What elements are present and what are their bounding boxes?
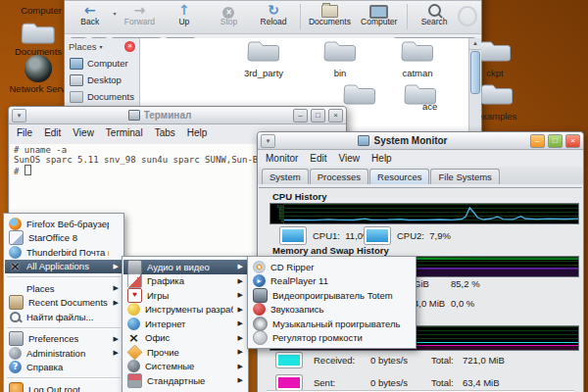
volume-icon [253, 330, 268, 345]
menu-item[interactable]: Edit [44, 127, 61, 138]
menu-item[interactable]: Monitor [266, 153, 298, 164]
menu-item[interactable]: Places ▶ [5, 281, 122, 296]
swap-total-fragment: 4,0 MiB [414, 298, 445, 309]
terminal-cursor [24, 165, 31, 175]
audio-video-icon [127, 260, 142, 274]
menu-item[interactable]: Help [371, 153, 392, 164]
menu-item[interactable]: Системные ▶ [123, 360, 247, 374]
folder-icon [480, 81, 514, 107]
minimize-button[interactable]: – [293, 109, 308, 122]
recent-documents-icon [9, 295, 24, 310]
menu-item[interactable]: Firefox Веб-браузер ▶ [5, 217, 122, 231]
menu-item[interactable]: CD Ripper ▶ [249, 260, 415, 274]
menu-item[interactable]: View [73, 127, 94, 138]
folder-icon [323, 38, 357, 64]
totem-icon [253, 288, 268, 303]
submenu-arrow-icon: ▶ [238, 376, 243, 384]
system-monitor-titlebar[interactable]: ▾ System Monitor – □ × [258, 132, 583, 150]
terminal-titlebar[interactable]: ▾ Терминал – □ × [9, 107, 346, 124]
menu-item[interactable]: Help [187, 127, 208, 138]
sound-recorder-icon [253, 303, 266, 316]
tab[interactable]: Resources [369, 169, 429, 184]
system-monitor-tabs: SystemProcessesResourcesFile Systems [258, 167, 583, 184]
places-computer-icon [70, 58, 83, 70]
received-swatch [276, 353, 302, 368]
submenu-arrow-icon: ▶ [238, 363, 243, 370]
menu-item[interactable]: Графика ▶ [123, 274, 247, 289]
scroll-up-icon[interactable]: ▲ [469, 38, 481, 50]
close-button[interactable]: × [565, 134, 580, 148]
submenu-arrow-icon: ▶ [238, 263, 243, 270]
menu-item[interactable]: Инструменты разработки ▶ [123, 303, 247, 318]
sidebar-place-item[interactable]: Documents [65, 88, 139, 105]
computer-button[interactable]: Computer [356, 2, 402, 26]
tab[interactable]: System [262, 169, 309, 184]
folder-icon [478, 38, 512, 64]
maximize-button[interactable]: □ [548, 134, 563, 148]
memory-history-header: Memory and Swap History [272, 245, 389, 256]
menu-item[interactable]: Музыкальный проигрыватель Rhythmbox ▶ [249, 317, 415, 331]
network-globe-icon [24, 55, 52, 82]
back-button[interactable]: ← Back [69, 2, 112, 26]
window-menu-icon[interactable]: ▾ [261, 134, 275, 148]
tab[interactable]: File Systems [430, 169, 499, 184]
documents-button[interactable]: Documents [306, 2, 354, 26]
menu-item[interactable]: All Applications ▶ [5, 260, 122, 274]
folder-item[interactable]: 3rd_party [228, 38, 299, 78]
chevron-down-icon: ▾ [100, 43, 103, 50]
all-applications-icon [9, 260, 22, 272]
menu-item[interactable]: Edit [310, 153, 326, 164]
up-button[interactable]: ↑ Up [163, 2, 206, 26]
forward-button[interactable]: → Forward [119, 2, 162, 26]
close-button[interactable]: × [328, 109, 343, 122]
places-header[interactable]: Places [69, 41, 97, 52]
menu-item[interactable]: Tabs [155, 127, 175, 138]
submenu-arrow-icon: ▶ [114, 335, 119, 343]
menu-item[interactable]: Log Out root... ▶ [5, 382, 122, 392]
menu-item[interactable]: Интернет ▶ [123, 317, 247, 331]
folder-item[interactable] [385, 81, 456, 111]
menu-item[interactable]: Справка ▶ [5, 361, 122, 375]
staroffice-icon [9, 230, 24, 245]
search-button[interactable]: Search [413, 2, 456, 26]
toolbar-separator [407, 4, 408, 29]
folder-item[interactable]: bin [305, 38, 375, 78]
maximize-button[interactable]: □ [311, 109, 325, 122]
menu-item[interactable]: Звукозапись ▶ [249, 303, 415, 318]
file-manager-toolbar: ← Back ▾ → Forward ↑ Up × Stop ↻ Reload [65, 1, 481, 34]
menu-item[interactable]: Terminal [106, 127, 143, 138]
sidebar-place-item[interactable]: Desktop [65, 72, 139, 88]
sidebar-place-item[interactable]: Computer [65, 55, 139, 72]
tab[interactable]: Processes [310, 169, 368, 184]
menu-item[interactable]: Видеопроигрыватель Totem ▶ [249, 288, 415, 303]
file-manager-menubar[interactable] [65, 0, 481, 1]
menu-item[interactable]: Administration ▶ [5, 346, 122, 361]
reload-button[interactable]: ↻ Reload [252, 2, 295, 26]
stop-button[interactable]: × Stop [208, 2, 251, 26]
system-monitor-icon [358, 135, 369, 146]
minimize-button[interactable]: – [530, 134, 545, 148]
folder-item[interactable]: catman [382, 38, 453, 78]
menu-item[interactable]: Thunderbird Почта и новости ▶ [5, 245, 122, 260]
menu-item[interactable]: Стандартные ▶ [123, 373, 247, 388]
menu-item[interactable]: Игры ▶ [123, 288, 247, 303]
menu-item[interactable]: Прочие ▶ [123, 345, 247, 360]
internet-icon [127, 318, 140, 330]
menu-item[interactable]: Recent Documents ▶ [5, 296, 122, 311]
menu-item[interactable]: StarOffice 8 ▶ [5, 231, 122, 246]
menu-item[interactable]: Preferences ▶ [5, 332, 122, 347]
menu-item[interactable]: RealPlayer 11 ▶ [249, 274, 415, 289]
window-menu-icon[interactable]: ▾ [12, 109, 26, 122]
scrollbar-thumb[interactable] [470, 51, 480, 94]
menu-item[interactable]: Найти файлы... ▶ [5, 310, 122, 324]
folder-icon [343, 81, 376, 107]
sent-legend: Sent: 0 bytes/s Total: 63,4 MiB [276, 375, 500, 390]
menu-item[interactable]: Офис ▶ [123, 331, 247, 346]
menu-item[interactable]: Регулятор громкости ▶ [249, 331, 415, 346]
menu-item[interactable]: Аудио и видео ▶ [123, 260, 247, 274]
menu-item[interactable]: File [17, 127, 32, 138]
menu-item[interactable]: View [339, 153, 361, 164]
back-dropdown-icon[interactable]: ▾ [114, 10, 117, 17]
close-sidebar-icon[interactable]: × [124, 41, 135, 52]
desktop: Computer Documents Network Serv ← Back ▾… [0, 0, 588, 392]
